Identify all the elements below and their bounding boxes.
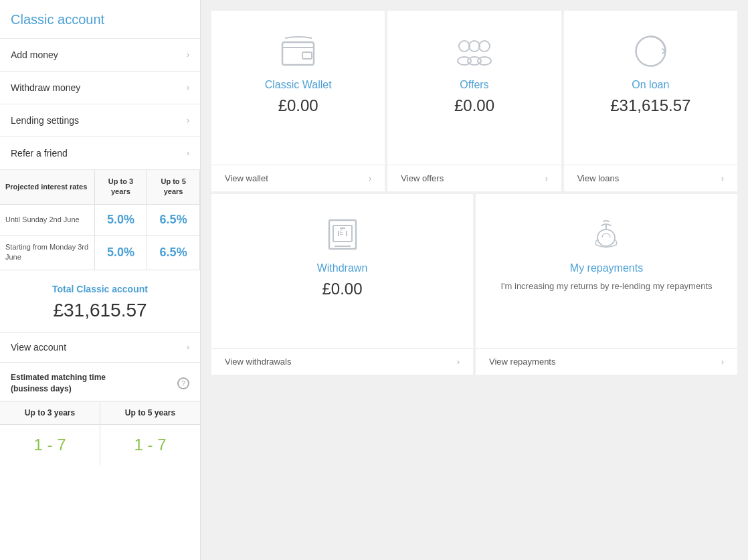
card-offers: Offers £0.00 View offers › <box>387 11 561 191</box>
sidebar-item-label: Lending settings <box>11 115 79 126</box>
wallet-icon <box>278 31 318 71</box>
help-icon[interactable]: ? <box>177 377 189 389</box>
interest-col-header-3yr: Up to 3 years <box>94 170 147 204</box>
svg-point-3 <box>469 41 480 52</box>
svg-rect-1 <box>302 52 312 59</box>
card-amount-withdrawn: £0.00 <box>322 280 362 298</box>
cards-bottom-grid: £ Withdrawn £0.00 View withdrawals › My … <box>211 194 737 375</box>
interest-row-label: Until Sunday 2nd June <box>0 204 94 235</box>
card-repayments: My repayments I'm increasing my returns … <box>476 194 737 375</box>
sidebar-item-label: Refer a friend <box>11 148 68 159</box>
card-footer-withdrawn[interactable]: View withdrawals › <box>211 348 473 375</box>
sidebar-item-refer-friend[interactable]: Refer a friend› <box>0 137 200 170</box>
card-footer-label: View wallet <box>225 173 268 183</box>
sidebar-item-add-money[interactable]: Add money› <box>0 39 200 72</box>
matching-value-0: 1 - 7 <box>0 425 100 466</box>
svg-rect-0 <box>282 42 314 65</box>
card-amount-offers: £0.00 <box>454 96 494 115</box>
interest-rate-3yr: 5.0% <box>94 204 147 235</box>
chevron-right-icon: › <box>457 357 460 367</box>
card-footer-label: View withdrawals <box>225 357 291 367</box>
card-footer-label: View repayments <box>489 357 555 367</box>
matching-title: Estimated matching time(business days) <box>11 372 106 395</box>
matching-header: Estimated matching time(business days) ? <box>0 363 200 402</box>
matching-section: Estimated matching time(business days) ?… <box>0 363 200 560</box>
card-wallet: Classic Wallet £0.00 View wallet › <box>211 11 385 191</box>
card-title-withdrawn: Withdrawn <box>317 262 368 274</box>
matching-col-header-3yr: Up to 3 years <box>0 401 100 425</box>
interest-col-header-5yr: Up to 5 years <box>147 170 200 204</box>
card-footer-label: View loans <box>577 173 620 183</box>
matching-value-1: 1 - 7 <box>100 425 201 466</box>
chevron-right-icon: › <box>187 149 189 158</box>
card-footer-wallet[interactable]: View wallet › <box>211 165 385 191</box>
card-title-loan: On loan <box>632 79 669 91</box>
card-footer-offers[interactable]: View offers › <box>387 165 561 191</box>
total-label: Total Classic account <box>11 284 189 294</box>
card-title-repayments: My repayments <box>570 262 643 274</box>
sidebar-menu: Add money›Withdraw money›Lending setting… <box>0 39 200 170</box>
interest-rate-3yr: 5.0% <box>94 235 147 269</box>
interest-rate-5yr: 6.5% <box>147 204 200 235</box>
chevron-right-icon: › <box>721 174 724 183</box>
repayments-icon <box>587 214 627 254</box>
withdrawn-icon: £ <box>322 214 363 254</box>
interest-table: Projected interest rates Up to 3 years U… <box>0 170 200 270</box>
card-amount-loan: £31,615.57 <box>610 96 690 115</box>
card-footer-label: View offers <box>401 173 444 183</box>
interest-col-header-label: Projected interest rates <box>0 170 94 204</box>
interest-row-label: Starting from Monday 3rd June <box>0 235 94 269</box>
sidebar: Classic account Add money›Withdraw money… <box>0 0 201 560</box>
card-title-wallet: Classic Wallet <box>265 79 332 91</box>
view-account-row[interactable]: View account › <box>0 333 200 363</box>
chevron-right-icon: › <box>369 174 371 183</box>
chevron-right-icon: › <box>187 343 189 352</box>
matching-table: Up to 3 years Up to 5 years 1 - 71 - 7 <box>0 401 200 465</box>
loan-icon <box>630 31 670 71</box>
sidebar-title: Classic account <box>0 0 200 39</box>
total-section: Total Classic account £31,615.57 <box>0 270 200 333</box>
interest-rates-section: Projected interest rates Up to 3 years U… <box>0 170 200 270</box>
sidebar-item-withdraw-money[interactable]: Withdraw money› <box>0 72 200 104</box>
svg-point-2 <box>459 41 470 52</box>
chevron-right-icon: › <box>721 357 724 367</box>
interest-rate-5yr: 6.5% <box>147 235 200 269</box>
sidebar-item-label: Withdraw money <box>11 82 80 93</box>
matching-table-row: 1 - 71 - 7 <box>0 425 200 466</box>
card-withdrawn: £ Withdrawn £0.00 View withdrawals › <box>211 194 473 375</box>
card-description-repayments: I'm increasing my returns by re-lending … <box>494 280 719 293</box>
offers-icon <box>454 31 494 71</box>
svg-point-4 <box>479 41 490 52</box>
cards-top-grid: Classic Wallet £0.00 View wallet › Offer… <box>211 11 737 191</box>
view-account-label: View account <box>11 342 66 353</box>
card-title-offers: Offers <box>460 79 488 91</box>
total-amount: £31,615.57 <box>11 300 189 321</box>
main-content: Classic Wallet £0.00 View wallet › Offer… <box>201 0 748 560</box>
interest-table-row: Until Sunday 2nd June 5.0% 6.5% <box>0 204 200 235</box>
card-loan: On loan £31,615.57 View loans › <box>564 11 737 191</box>
chevron-right-icon: › <box>187 116 189 125</box>
svg-text:£: £ <box>340 229 344 236</box>
card-footer-repayments[interactable]: View repayments › <box>476 348 737 375</box>
card-footer-loan[interactable]: View loans › <box>564 165 737 191</box>
chevron-right-icon: › <box>187 83 189 92</box>
chevron-right-icon: › <box>545 174 548 183</box>
sidebar-item-lending-settings[interactable]: Lending settings› <box>0 104 200 137</box>
chevron-right-icon: › <box>187 50 189 60</box>
svg-point-7 <box>478 57 491 65</box>
interest-table-row: Starting from Monday 3rd June 5.0% 6.5% <box>0 235 200 269</box>
matching-col-header-5yr: Up to 5 years <box>100 401 201 425</box>
card-amount-wallet: £0.00 <box>278 96 318 115</box>
sidebar-item-label: Add money <box>11 50 58 60</box>
